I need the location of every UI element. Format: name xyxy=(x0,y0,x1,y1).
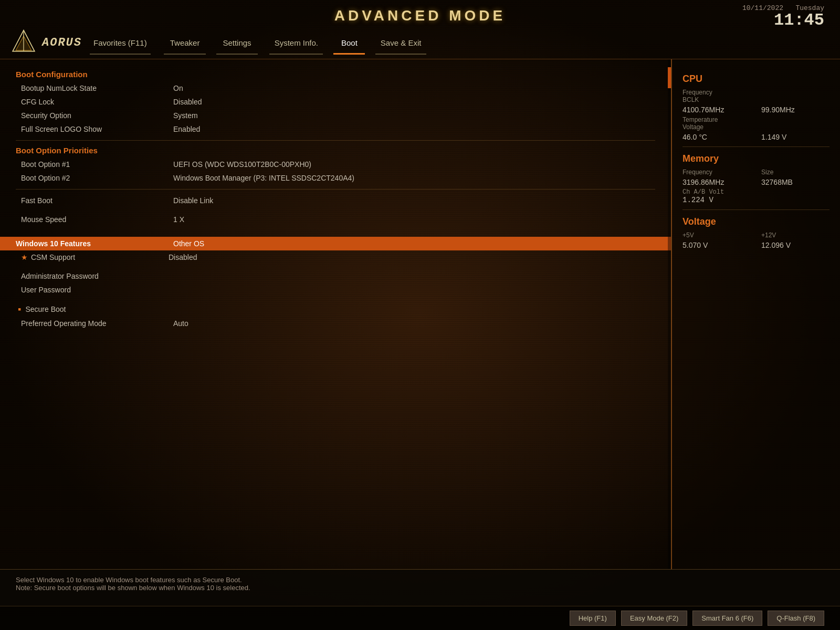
row-win10-features[interactable]: Windows 10 Features Other OS xyxy=(0,237,671,250)
cpu-volt-label: Voltage xyxy=(682,123,751,131)
cpu-volt-value: 1.149 V xyxy=(761,133,830,141)
label-csm: CSM Support xyxy=(31,253,169,261)
value-cfglock: Disabled xyxy=(173,98,655,106)
label-admin-pwd: Administrator Password xyxy=(16,272,173,280)
time-text: 11:45 xyxy=(742,12,824,29)
value-win10: Other OS xyxy=(173,239,204,248)
description-line1: Select Windows 10 to enable Windows boot… xyxy=(16,576,824,584)
memory-grid: Frequency Size 3196.86MHz 32768MB xyxy=(682,169,830,186)
voltage-section-title: Voltage xyxy=(682,216,830,227)
row-secure-boot[interactable]: ▪ Secure Boot xyxy=(16,302,655,317)
v12-value: 12.096 V xyxy=(761,241,830,249)
label-secure-boot: Secure Boot xyxy=(25,305,66,313)
row-security[interactable]: Security Option System xyxy=(16,109,655,122)
label-numlock: Bootup NumLock State xyxy=(16,84,173,92)
mem-freq-value: 3196.86MHz xyxy=(682,178,751,186)
nav-boot[interactable]: Boot xyxy=(330,34,369,51)
nav-settings[interactable]: Settings xyxy=(211,34,262,51)
row-boot2[interactable]: Boot Option #2 Windows Boot Manager (P3:… xyxy=(16,171,655,185)
row-csm[interactable]: ★ CSM Support Disabled xyxy=(16,250,655,264)
secure-boot-bullet: ▪ xyxy=(18,304,21,314)
logo-text: AORUS xyxy=(42,36,82,49)
label-security: Security Option xyxy=(16,111,173,120)
label-boot2: Boot Option #2 xyxy=(16,174,173,182)
section-boot-priorities: Boot Option Priorities xyxy=(16,146,655,155)
value-security: System xyxy=(173,111,655,120)
divider-2 xyxy=(16,189,655,190)
v5-label: +5V xyxy=(682,232,751,239)
label-mousespeed: Mouse Speed xyxy=(16,215,173,224)
label-win10: Windows 10 Features xyxy=(16,239,173,248)
value-csm: Disabled xyxy=(169,253,197,261)
v5-value: 5.070 V xyxy=(682,241,751,249)
page-title: ADVANCED MODE xyxy=(334,7,506,24)
cpu-freq-value: 4100.76MHz xyxy=(682,106,751,114)
mem-volt-label: Ch A/B Volt xyxy=(682,188,830,196)
label-preferred-os: Preferred Operating Mode xyxy=(16,319,173,328)
cpu-bclk-label: BCLK xyxy=(682,96,751,103)
header: ADVANCED MODE 10/11/2022 Tuesday 11:45 xyxy=(0,0,840,26)
divider-1 xyxy=(16,140,655,141)
spacer-4 xyxy=(16,297,655,302)
value-logo-show: Enabled xyxy=(173,125,655,133)
help-button[interactable]: Help (F1) xyxy=(570,611,616,626)
mem-size-value: 32768MB xyxy=(761,178,830,186)
info-panel: CPU Frequency BCLK 4100.76MHz 99.90MHz T… xyxy=(672,59,840,569)
row-cfglock[interactable]: CFG Lock Disabled xyxy=(16,95,655,109)
memory-section-title: Memory xyxy=(682,153,830,164)
mem-freq-label: Frequency xyxy=(682,169,751,176)
star-icon: ★ xyxy=(21,253,28,261)
label-fastboot: Fast Boot xyxy=(16,196,173,205)
row-fastboot[interactable]: Fast Boot Disable Link xyxy=(16,194,655,207)
datetime-block: 10/11/2022 Tuesday 11:45 xyxy=(742,4,824,29)
easy-mode-button[interactable]: Easy Mode (F2) xyxy=(621,611,687,626)
qflash-button[interactable]: Q-Flash (F8) xyxy=(768,611,824,626)
smart-fan-button[interactable]: Smart Fan 6 (F6) xyxy=(692,611,762,626)
aorus-logo-icon xyxy=(10,29,37,56)
nav-sysinfo[interactable]: System Info. xyxy=(263,34,330,51)
divider-cpu-mem xyxy=(682,146,830,147)
divider-mem-volt xyxy=(682,209,830,210)
value-mousespeed: 1 X xyxy=(173,215,655,224)
label-logo-show: Full Screen LOGO Show xyxy=(16,125,173,133)
label-cfglock: CFG Lock xyxy=(16,98,173,106)
row-numlock[interactable]: Bootup NumLock State On xyxy=(16,81,655,95)
page-wrapper: ADVANCED MODE 10/11/2022 Tuesday 11:45 A… xyxy=(0,0,840,630)
cpu-grid: Frequency BCLK 4100.76MHz 99.90MHz Tempe… xyxy=(682,89,830,141)
spacer-3 xyxy=(16,264,655,269)
cpu-bclk-value: 99.90MHz xyxy=(761,106,830,114)
cpu-temp-label: Temperature xyxy=(682,116,751,123)
label-boot1: Boot Option #1 xyxy=(16,160,173,169)
nav-favorites[interactable]: Favorites (F11) xyxy=(82,34,159,51)
value-fastboot: Disable Link xyxy=(173,196,655,205)
row-boot1[interactable]: Boot Option #1 UEFI OS (WDC WDS100T2B0C-… xyxy=(16,158,655,171)
spacer-2 xyxy=(16,226,655,233)
value-numlock: On xyxy=(173,84,655,92)
mem-volt-block: Ch A/B Volt 1.224 V xyxy=(682,188,830,204)
row-preferred-os[interactable]: Preferred Operating Mode Auto xyxy=(16,317,655,330)
mem-volt-value: 1.224 V xyxy=(682,196,830,204)
nav-tweaker[interactable]: Tweaker xyxy=(159,34,212,51)
value-preferred-os: Auto xyxy=(173,319,655,328)
row-logo-show[interactable]: Full Screen LOGO Show Enabled xyxy=(16,122,655,136)
row-mousespeed[interactable]: Mouse Speed 1 X xyxy=(16,213,655,226)
scrollbar-thumb[interactable] xyxy=(668,67,671,88)
settings-panel[interactable]: Boot Configuration Bootup NumLock State … xyxy=(0,59,672,569)
value-boot2: Windows Boot Manager (P3: INTEL SSDSC2CT… xyxy=(173,174,655,182)
nav-bar: AORUS Favorites (F11) Tweaker Settings S… xyxy=(0,26,840,59)
cpu-temp-value: 46.0 °C xyxy=(682,133,751,141)
voltage-grid: +5V +12V 5.070 V 12.096 V xyxy=(682,232,830,249)
nav-save-exit[interactable]: Save & Exit xyxy=(369,34,433,51)
description-bar: Select Windows 10 to enable Windows boot… xyxy=(0,569,840,606)
main-content: Boot Configuration Bootup NumLock State … xyxy=(0,59,840,569)
mem-size-label: Size xyxy=(761,169,830,176)
row-admin-pwd[interactable]: Administrator Password xyxy=(16,269,655,283)
value-boot1: UEFI OS (WDC WDS100T2B0C-00PXH0) xyxy=(173,160,655,169)
v12-label: +12V xyxy=(761,232,830,239)
scrollbar-track xyxy=(668,59,671,569)
logo: AORUS xyxy=(10,29,82,56)
bottom-toolbar: Help (F1) Easy Mode (F2) Smart Fan 6 (F6… xyxy=(0,606,840,630)
row-user-pwd[interactable]: User Password xyxy=(16,283,655,297)
spacer-1 xyxy=(16,207,655,213)
nav-items: Favorites (F11) Tweaker Settings System … xyxy=(82,34,830,51)
